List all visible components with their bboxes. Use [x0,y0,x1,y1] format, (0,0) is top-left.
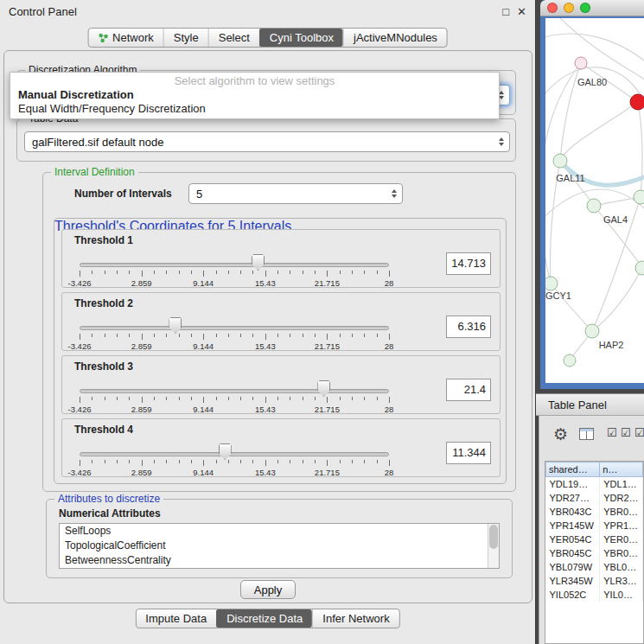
tick-label: 9.144 [193,341,214,351]
network-node[interactable] [634,190,644,204]
slider-track[interactable] [80,263,389,267]
threshold-4-value-field[interactable]: 11.344 [446,442,491,464]
table-cell: YBR043C [546,505,600,519]
list-item[interactable]: TopologicalCoefficient [60,539,499,553]
table-row[interactable]: YER054CYER0… [546,532,643,546]
checkbox-icon[interactable]: ☑ [607,426,617,439]
slider-thumb[interactable] [317,380,330,397]
tab-network[interactable]: Network [88,29,163,47]
thresholds-group: Threshold's Coordinates for 5 Intervals … [54,218,507,484]
network-edge[interactable] [545,34,644,67]
threshold-1-value-field[interactable]: 14.713 [446,252,491,275]
table-row[interactable]: YIL052CYIL0… [546,588,643,602]
node-label: HAP2 [599,340,624,350]
checkbox-icon[interactable]: ☑ [621,426,631,439]
threshold-label: Threshold 4 [74,424,133,436]
slider-track[interactable] [80,389,389,393]
table-row[interactable]: YPR145WYPR1… [546,519,643,532]
gear-icon[interactable]: ⚙ [553,424,568,444]
slider-track[interactable] [80,452,389,456]
tick-label: 28 [385,468,394,477]
list-scrollbar[interactable] [488,524,499,568]
threshold-panel-2: Threshold 2-3.4262.8599.14415.4321.71528… [61,292,501,351]
table-cell: YBR0… [600,505,643,519]
tab-discretize-data[interactable]: Discretize Data [216,609,312,628]
list-item[interactable]: SelfLoops [60,524,499,539]
network-icon [98,33,108,43]
close-traffic-light-icon[interactable] [547,3,558,13]
table-row[interactable]: YDL19…YDL1… [546,477,643,492]
tab-infer-network[interactable]: Infer Network [312,609,399,628]
tick-label: 21.715 [315,405,340,414]
threshold-3-value-field[interactable]: 21.4 [446,379,491,401]
network-edge[interactable] [592,268,642,331]
table-data-combobox[interactable]: galFiltered.sif default node [24,131,510,152]
table-row[interactable]: YBL079WYBL0… [546,560,643,574]
close-icon[interactable]: ✕ [517,5,526,18]
tick-label: 28 [385,405,394,414]
network-node[interactable] [575,57,587,69]
table-row[interactable]: YBR043CYBR0… [546,505,643,519]
tab-select[interactable]: Select [208,29,259,47]
window-title: Control Panel [9,5,77,18]
threshold-slider-1[interactable]: -3.4262.8599.14415.4321.71528 [80,251,389,287]
tab-impute-data[interactable]: Impute Data [136,609,216,628]
network-node[interactable] [553,154,567,168]
network-node[interactable] [587,199,601,213]
network-node[interactable] [545,277,558,290]
table-row[interactable]: YLR345WYLR3… [546,574,643,588]
tick-label: 21.715 [315,278,340,288]
tab-style[interactable]: Style [163,29,208,47]
table-cell: YBL079W [546,560,600,574]
num-intervals-label: Number of Intervals [74,188,172,200]
table-row[interactable]: YDR27…YDR2… [546,491,643,505]
network-edge[interactable] [638,102,642,197]
threshold-panel-1: Threshold 1-3.4262.8599.14415.4321.71528… [61,229,501,288]
float-window-icon[interactable]: □ [502,5,509,18]
minimize-traffic-light-icon[interactable] [564,3,574,13]
control-panel-titlebar: Control Panel □ ✕ [0,0,535,22]
node-label: GAL80 [577,77,607,87]
column-header[interactable]: shared… [546,462,600,477]
checkbox-icon[interactable]: ☑ [634,426,644,439]
table-row[interactable]: YBR045CYBR0… [546,546,643,560]
apply-button[interactable]: Apply [240,580,296,599]
table-panel: ⚙ ☑ ☑ ☑ shared…n… YDL19…YDL1…YDR27…YDR2…… [539,416,644,644]
column-header[interactable]: n… [600,462,643,477]
table-cell: YLR345W [546,574,600,588]
threshold-label: Threshold 3 [74,360,133,373]
threshold-label: Threshold 1 [74,234,133,246]
network-node[interactable] [635,261,644,275]
network-node[interactable] [630,94,644,110]
threshold-slider-2[interactable]: -3.4262.8599.14415.4321.71528 [80,314,389,350]
tab-jactivemnodules[interactable]: jActiveMNodules [343,29,447,47]
column-selector-icon[interactable] [579,428,594,440]
zoom-traffic-light-icon[interactable] [580,3,590,13]
network-node[interactable] [564,354,576,367]
tab-cyni-toolbox[interactable]: Cyni Toolbox [259,29,343,47]
threshold-2-value-field[interactable]: 6.316 [446,316,491,338]
table-panel-header[interactable]: Table Panel [536,393,644,416]
slider-thumb[interactable] [169,317,182,334]
list-item[interactable]: BetweennessCentrality [60,553,499,568]
tick-label: 9.144 [193,405,214,414]
table-cell: YBL0… [600,560,643,574]
threshold-slider-4[interactable]: -3.4262.8599.14415.4321.71528 [80,440,389,476]
network-canvas[interactable]: GAL80GAL11GAL4GCY1HAP2 [545,18,644,383]
tab-label: Style [174,31,199,44]
dropdown-option-manual-discretization[interactable]: Manual Discretization [10,88,499,102]
table-cell: YPR145W [546,519,600,532]
network-node[interactable] [585,324,599,338]
slider-thumb[interactable] [219,443,232,460]
table-cell: YDR2… [600,491,643,505]
num-intervals-combobox[interactable]: 5 [188,183,403,204]
network-window-titlebar[interactable] [540,0,644,16]
threshold-slider-3[interactable]: -3.4262.8599.14415.4321.71528 [80,377,389,413]
table-panel-title: Table Panel [548,399,607,411]
dropdown-option-equal-width-frequency[interactable]: Equal Width/Frequency Discretization [10,102,499,116]
network-edge[interactable] [560,102,638,161]
slider-track[interactable] [80,326,389,330]
slider-thumb[interactable] [252,254,265,271]
tick-label: -3.426 [68,341,92,351]
table-cell: YDL19… [546,477,600,492]
